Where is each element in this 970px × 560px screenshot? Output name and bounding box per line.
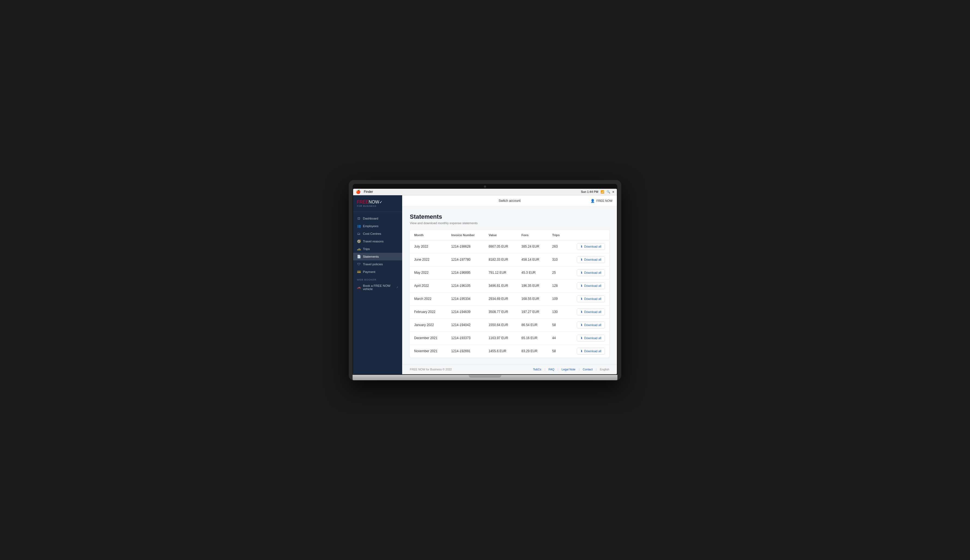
sidebar-item-cost-centres[interactable]: 🗂 Cost Centres	[353, 230, 402, 238]
download-label: Download all	[584, 323, 601, 327]
download-icon: ⬇	[580, 350, 583, 353]
download-button-1[interactable]: ⬇ Download all	[577, 256, 605, 263]
download-button-4[interactable]: ⬇ Download all	[577, 295, 605, 302]
sidebar-item-travel-policies[interactable]: 🛡 Travel policies	[353, 260, 402, 268]
table-header-row: Month Invoice Number Value Fees Trips	[410, 230, 609, 240]
sidebar-item-dashboard[interactable]: ⊡ Dashboard	[353, 215, 402, 222]
download-button-5[interactable]: ⬇ Download all	[577, 308, 605, 315]
cell-action: ⬇ Download all	[567, 305, 609, 318]
cell-value: 3508.77 EUR	[484, 305, 517, 318]
statements-icon: 📄	[357, 255, 361, 258]
cell-trips: 109	[548, 292, 567, 305]
cell-trips: 263	[548, 240, 567, 253]
footer-divider-4: |	[596, 368, 597, 371]
download-button-6[interactable]: ⬇ Download all	[577, 322, 605, 328]
user-menu[interactable]: 👤 FREE NOW	[591, 199, 613, 203]
cell-fees: 168.55 EUR	[517, 292, 548, 305]
table-row: February 2022 1214-194639 3508.77 EUR 19…	[410, 305, 609, 318]
table-head: Month Invoice Number Value Fees Trips	[410, 230, 609, 240]
search-icon[interactable]: 🔍	[606, 190, 610, 194]
cell-trips: 25	[548, 266, 567, 279]
sidebar-label-travel-policies: Travel policies	[363, 263, 383, 266]
screen: 🍎 Finder Sun 1:44 PM 📶 🔍 ≡ FREENOW✓	[353, 189, 617, 374]
sidebar-item-statements[interactable]: 📄 Statements	[353, 253, 402, 260]
download-icon: ⬇	[580, 297, 583, 301]
download-label: Download all	[584, 271, 601, 274]
cell-invoice: 1214-192691	[447, 345, 484, 358]
download-icon: ⬇	[580, 271, 583, 275]
download-label: Download all	[584, 350, 601, 353]
table-row: May 2022 1214-196895 791.12 EUR 45.3 EUR…	[410, 266, 609, 279]
sidebar-item-employees[interactable]: 👥 Employees	[353, 222, 402, 230]
cell-fees: 385.24 EUR	[517, 240, 548, 253]
cell-value: 1163.97 EUR	[484, 332, 517, 345]
laptop-base	[352, 375, 618, 380]
cell-invoice: 1214-194042	[447, 318, 484, 332]
travel-reasons-icon: 🧭	[357, 239, 361, 243]
cell-value: 8182.33 EUR	[484, 253, 517, 266]
statements-table: Month Invoice Number Value Fees Trips	[410, 230, 609, 358]
sidebar-label-cost-centres: Cost Centres	[363, 232, 381, 235]
sidebar-label-employees: Employees	[363, 225, 379, 228]
sidebar-label-travel-reasons: Travel reasons	[363, 240, 384, 243]
cell-fees: 83.29 EUR	[517, 345, 548, 358]
laptop-shell: 🍎 Finder Sun 1:44 PM 📶 🔍 ≡ FREENOW✓	[349, 180, 621, 380]
wifi-icon: 📶	[601, 190, 604, 194]
cell-month: February 2022	[410, 305, 447, 318]
cell-fees: 458.14 EUR	[517, 253, 548, 266]
download-button-2[interactable]: ⬇ Download all	[577, 269, 605, 276]
table-row: December 2021 1214-193373 1163.97 EUR 65…	[410, 332, 609, 345]
col-value: Value	[484, 230, 517, 240]
cell-value: 6867.05 EUR	[484, 240, 517, 253]
table: Month Invoice Number Value Fees Trips	[410, 230, 609, 358]
download-button-7[interactable]: ⬇ Download all	[577, 335, 605, 342]
download-label: Download all	[584, 284, 601, 287]
download-button-3[interactable]: ⬇ Download all	[577, 282, 605, 289]
table-row: January 2022 1214-194042 1550.64 EUR 86.…	[410, 318, 609, 332]
download-button-0[interactable]: ⬇ Download all	[577, 243, 605, 250]
cell-fees: 45.3 EUR	[517, 266, 548, 279]
sidebar-item-travel-reasons[interactable]: 🧭 Travel reasons	[353, 238, 402, 245]
cell-invoice: 1214-197780	[447, 253, 484, 266]
cell-fees: 197.27 EUR	[517, 305, 548, 318]
col-invoice: Invoice Number	[447, 230, 484, 240]
download-icon: ⬇	[580, 258, 583, 262]
cell-month: May 2022	[410, 266, 447, 279]
table-row: April 2022 1214-196105 3496.81 EUR 196.3…	[410, 279, 609, 292]
cell-value: 1550.64 EUR	[484, 318, 517, 332]
download-icon: ⬇	[580, 284, 583, 288]
footer-link-legal[interactable]: Legal Note	[561, 368, 576, 371]
cell-value: 3496.81 EUR	[484, 279, 517, 292]
footer-link-tscs[interactable]: Ts&Cs	[533, 368, 541, 371]
cell-month: July 2022	[410, 240, 447, 253]
sidebar-label-trips: Trips	[363, 247, 370, 251]
cell-fees: 196.35 EUR	[517, 279, 548, 292]
screen-bezel: 🍎 Finder Sun 1:44 PM 📶 🔍 ≡ FREENOW✓	[352, 184, 618, 375]
cell-action: ⬇ Download all	[567, 253, 609, 266]
logo-free: FREE	[357, 200, 369, 204]
travel-policies-icon: 🛡	[357, 262, 361, 266]
col-trips: Trips	[548, 230, 567, 240]
download-icon: ⬇	[580, 245, 583, 248]
col-action	[567, 230, 609, 240]
switch-account-button[interactable]: Switch account	[499, 199, 521, 203]
sidebar-item-trips[interactable]: 🚕 Trips	[353, 245, 402, 253]
footer-divider-1: |	[545, 368, 546, 371]
cell-month: June 2022	[410, 253, 447, 266]
table-row: March 2022 1214-195334 2934.69 EUR 168.5…	[410, 292, 609, 305]
page-title: Statements	[410, 213, 609, 220]
col-fees: Fees	[517, 230, 548, 240]
cell-month: March 2022	[410, 292, 447, 305]
cell-invoice: 1214-193373	[447, 332, 484, 345]
download-button-8[interactable]: ⬇ Download all	[577, 348, 605, 355]
cell-invoice: 1214-194639	[447, 305, 484, 318]
footer-link-contact[interactable]: Contact	[583, 368, 593, 371]
cell-value: 1455.6 EUR	[484, 345, 517, 358]
cell-fees: 65.16 EUR	[517, 332, 548, 345]
list-icon: ≡	[613, 190, 614, 193]
sidebar-item-book[interactable]: 🚗 Book a FREE NOW vehicle ↗	[353, 282, 402, 293]
footer-divider-2: |	[558, 368, 558, 371]
footer-link-faq[interactable]: FAQ	[548, 368, 554, 371]
table-body: July 2022 1214-198628 6867.05 EUR 385.24…	[410, 240, 609, 358]
sidebar-item-payment[interactable]: 💳 Payment	[353, 268, 402, 276]
